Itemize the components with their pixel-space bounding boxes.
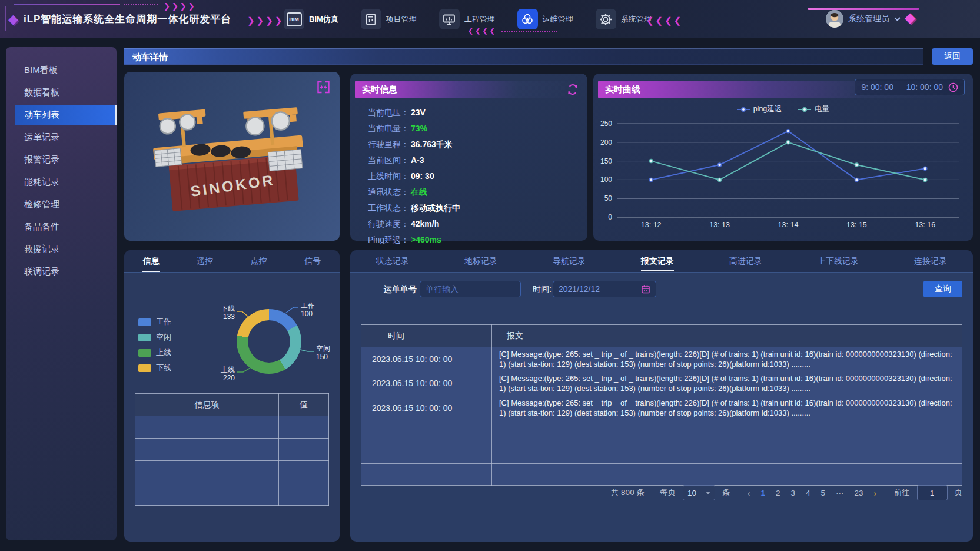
top-nav: BIM BIM仿真 项目管理 工程管理	[284, 9, 674, 29]
sidebar-item-rescue-records[interactable]: 救援记录	[6, 239, 117, 259]
sidebar-item-maintenance[interactable]: 检修管理	[6, 194, 117, 214]
date-picker[interactable]: 2021/12/12	[553, 281, 656, 297]
app-title: iLP智能运输系统全生命周期一体化研发平台	[24, 12, 231, 26]
table-row-empty	[135, 483, 329, 506]
svg-text:13: 14: 13: 14	[778, 221, 799, 229]
goto-label: 前往	[894, 487, 910, 498]
pie-legend-online[interactable]: 上线	[138, 347, 171, 358]
table-header-row: 时间 报文	[361, 325, 962, 347]
sidebar: BIM看板 数据看板 动车列表 运单记录 报警记录 能耗记录 检修管理 备品备件…	[6, 47, 117, 540]
tab-approach-records[interactable]: 高进记录	[729, 256, 762, 267]
pie-legend-idle[interactable]: 空闲	[138, 332, 171, 343]
sidebar-item-train-list[interactable]: 动车列表	[15, 105, 117, 125]
bim-icon: BIM	[284, 9, 304, 29]
table-row-empty	[361, 420, 962, 442]
per-page-unit: 条	[722, 487, 730, 498]
page-button-3[interactable]: 3	[789, 489, 797, 497]
svg-text:50: 50	[604, 194, 613, 203]
records-panel: 状态记录 地标记录 导航记录 报文记录 高进记录 上下线记录 连接记录 运单单号…	[350, 250, 973, 542]
line-chart: 05010015020025013: 1213: 1313: 1413: 151…	[593, 118, 973, 237]
page-button-1[interactable]: 1	[759, 489, 767, 497]
page-button-4[interactable]: 4	[804, 489, 812, 497]
table-row-empty	[135, 416, 329, 439]
goto-page-input[interactable]	[917, 485, 948, 500]
realtime-info-fields: 当前电压：23V 当前电量：73% 行驶里程：36.763千米 当前区间：A-3…	[368, 108, 460, 245]
decoration-bottom-line: ❮❮❮❮	[468, 27, 856, 35]
tab-status-records[interactable]: 状态记录	[376, 256, 409, 267]
nav-label: BIM仿真	[309, 14, 338, 25]
sidebar-item-spare-parts[interactable]: 备品备件	[6, 217, 117, 237]
svg-text:200: 200	[600, 138, 612, 147]
tab-remote-control[interactable]: 遥控	[197, 256, 213, 267]
diamond-menu-icon[interactable]: ◆	[905, 9, 915, 26]
prev-page-button[interactable]: ‹	[745, 488, 752, 498]
clock-icon	[948, 82, 958, 92]
calendar-icon	[641, 284, 650, 294]
tab-navigation-records[interactable]: 导航记录	[553, 256, 586, 267]
nav-item-engineering-management[interactable]: 工程管理	[439, 9, 495, 29]
app-header: ❯❯❯❯ ◆ iLP智能运输系统全生命周期一体化研发平台 ❯❯❯❯ BIM BI…	[0, 0, 980, 38]
svg-text:13: 16: 13: 16	[915, 221, 935, 229]
page-title: 动车详情	[124, 48, 923, 65]
page-button-2[interactable]: 2	[774, 489, 782, 497]
tab-point-control[interactable]: 点控	[251, 256, 267, 267]
nav-item-bim-simulation[interactable]: BIM BIM仿真	[284, 9, 338, 29]
sidebar-item-energy-records[interactable]: 能耗记录	[6, 172, 117, 192]
info-field-ping: Ping延迟：>460ms	[368, 235, 460, 245]
panel-title: 实时信息	[355, 81, 582, 98]
legend-swatch	[138, 364, 151, 372]
sidebar-item-waybill-records[interactable]: 运单记录	[6, 127, 117, 147]
realtime-chart-panel: 实时曲线 9: 00: 00 — 10: 00: 00 ping延迟 电量 05…	[593, 74, 973, 241]
legend-item-battery[interactable]: 电量	[798, 104, 829, 114]
caret-down-icon	[706, 492, 710, 494]
svg-text:13: 13: 13: 13	[709, 221, 730, 229]
waybill-input[interactable]	[420, 281, 521, 297]
page-button-23[interactable]: 23	[852, 489, 865, 497]
nav-item-operations-management[interactable]: 运维管理	[517, 9, 573, 29]
svg-text:13: 12: 13: 12	[641, 221, 662, 229]
svg-text:13: 15: 13: 15	[846, 221, 867, 229]
tab-info[interactable]: 信息	[143, 256, 160, 267]
user-menu[interactable]: 系统管理员	[826, 10, 901, 28]
sidebar-item-joint-debug-records[interactable]: 联调记录	[6, 261, 117, 281]
search-button[interactable]: 查询	[923, 281, 962, 297]
page-button-5[interactable]: 5	[819, 489, 827, 497]
tab-landmark-records[interactable]: 地标记录	[464, 256, 497, 267]
info-field-comm-status: 通讯状态：在线	[368, 187, 460, 198]
tab-online-offline-records[interactable]: 上下线记录	[818, 256, 859, 267]
kanban-icon	[361, 9, 381, 29]
info-field-section: 当前区间：A-3	[368, 155, 460, 166]
pagination: 共 800 条 每页 10 条 ‹ 1 2 3 4 5 ··· 23 › 前往 …	[611, 485, 962, 500]
table-row[interactable]: 2023.06.15 10: 00: 00 [C] Message:(type:…	[361, 371, 962, 396]
legend-item-ping[interactable]: ping延迟	[737, 104, 782, 114]
svg-text:100: 100	[600, 175, 612, 184]
nav-label: 运维管理	[543, 14, 573, 25]
search-form: 运单单号 时间: 2021/12/12 查询	[350, 281, 973, 298]
tab-connection-records[interactable]: 连接记录	[914, 256, 947, 267]
table-row-empty	[135, 439, 329, 461]
next-page-button[interactable]: ›	[872, 488, 879, 498]
nav-item-system-management[interactable]: 系统管理	[596, 9, 652, 29]
chevron-down-icon	[894, 17, 901, 21]
legend-marker	[737, 107, 750, 112]
sidebar-item-bim-board[interactable]: BIM看板	[6, 60, 117, 80]
sidebar-item-alarm-records[interactable]: 报警记录	[6, 150, 117, 170]
nav-item-project-management[interactable]: 项目管理	[361, 9, 417, 29]
back-button[interactable]: 返回	[932, 48, 973, 65]
table-row[interactable]: 2023.06.15 10: 00: 00 [C] Message:(type:…	[361, 347, 962, 371]
legend-swatch	[138, 349, 151, 357]
info-items-table: 信息项 值	[135, 393, 329, 506]
info-field-voltage: 当前电压：23V	[368, 108, 460, 118]
chart-legend: ping延迟 电量	[593, 104, 973, 114]
tab-signal[interactable]: 信号	[304, 256, 321, 267]
pie-legend-working[interactable]: 工作	[138, 317, 171, 327]
page-size-select[interactable]: 10	[683, 485, 715, 500]
logo-diamond-icon: ◆	[8, 12, 18, 27]
time-range-picker[interactable]: 9: 00: 00 — 10: 00: 00	[855, 79, 965, 95]
pie-legend-offline[interactable]: 下线	[138, 363, 171, 373]
sidebar-item-data-board[interactable]: 数据看板	[6, 82, 117, 102]
refresh-icon[interactable]	[566, 83, 579, 98]
donut-chart	[237, 309, 301, 374]
table-row[interactable]: 2023.06.15 10: 00: 00 [C] Message:(type:…	[361, 396, 962, 420]
tab-message-records[interactable]: 报文记录	[641, 256, 674, 267]
